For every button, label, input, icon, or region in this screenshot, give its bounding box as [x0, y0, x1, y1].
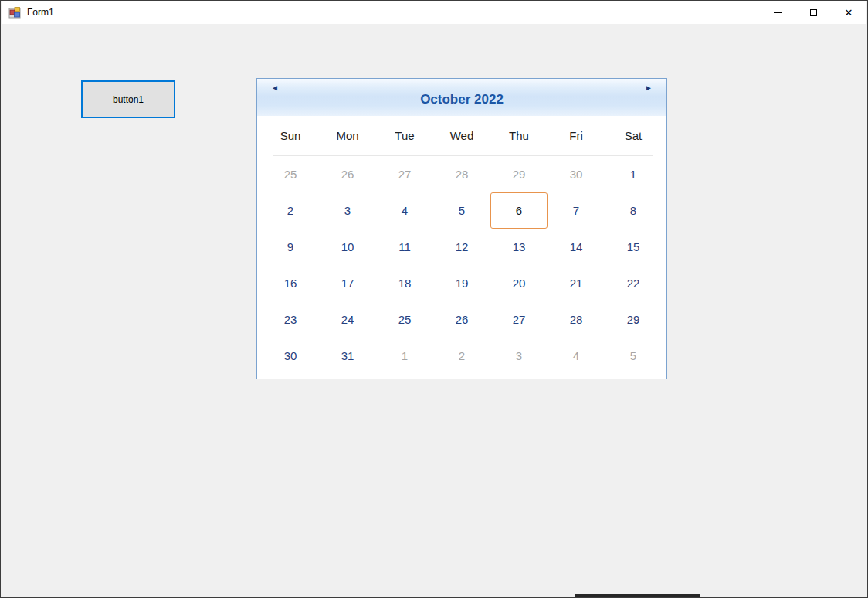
calendar-day[interactable]: 2 [433, 338, 490, 374]
calendar-day[interactable]: 1 [376, 338, 433, 374]
calendar-day[interactable]: 18 [376, 265, 433, 301]
calendar-day[interactable]: 29 [490, 156, 548, 192]
calendar-day[interactable]: 4 [376, 192, 433, 229]
calendar-day[interactable]: 22 [605, 265, 662, 301]
calendar-day[interactable]: 26 [433, 301, 490, 338]
maximize-icon [810, 9, 817, 16]
close-button[interactable]: ✕ [831, 1, 866, 24]
calendar-day[interactable]: 30 [262, 338, 319, 374]
calendar-month-title[interactable]: October 2022 [420, 87, 504, 107]
close-icon: ✕ [845, 8, 853, 18]
bottom-edge-artifact [575, 594, 700, 597]
calendar-day[interactable]: 12 [433, 229, 490, 265]
day-name-sun: Sun [262, 129, 319, 142]
calendar-day-names: SunMonTueWedThuFriSat [257, 116, 666, 155]
calendar-day[interactable]: 31 [319, 338, 376, 374]
calendar-day[interactable]: 3 [319, 192, 376, 229]
next-month-arrow-icon[interactable]: ► [640, 81, 657, 93]
calendar-day[interactable]: 2 [262, 192, 319, 229]
calendar-day[interactable]: 9 [262, 229, 319, 265]
calendar-day[interactable]: 8 [605, 192, 662, 229]
calendar-day[interactable]: 25 [376, 301, 433, 338]
calendar-day[interactable]: 11 [376, 229, 433, 265]
button1[interactable]: button1 [81, 80, 175, 118]
calendar-day-today[interactable]: 6 [490, 192, 548, 229]
minimize-icon [774, 12, 782, 13]
day-name-mon: Mon [319, 129, 376, 142]
calendar-day[interactable]: 4 [548, 338, 605, 374]
form1-window: Form1 ✕ button1 ◄ October 2022 ► SunMonT… [0, 0, 868, 598]
calendar-day[interactable]: 5 [433, 192, 490, 229]
previous-month-arrow-icon[interactable]: ◄ [266, 81, 283, 93]
day-name-sat: Sat [605, 129, 662, 142]
calendar-day[interactable]: 28 [433, 156, 490, 192]
calendar-day[interactable]: 27 [490, 301, 548, 338]
calendar-grid: 2526272829301234567891011121314151617181… [257, 156, 666, 374]
calendar-day[interactable]: 29 [605, 301, 662, 338]
title-bar: Form1 ✕ [2, 1, 866, 24]
minimize-button[interactable] [760, 1, 795, 24]
calendar-day[interactable]: 14 [548, 229, 605, 265]
calendar-day[interactable]: 21 [548, 265, 605, 301]
calendar-day[interactable]: 1 [605, 156, 662, 192]
day-name-thu: Thu [490, 129, 548, 142]
calendar-day[interactable]: 17 [319, 265, 376, 301]
calendar-day[interactable]: 7 [548, 192, 605, 229]
calendar-header: ◄ October 2022 ► [257, 79, 666, 116]
calendar-day[interactable]: 28 [548, 301, 605, 338]
window-controls: ✕ [760, 1, 866, 24]
calendar-day[interactable]: 20 [490, 265, 548, 301]
maximize-button[interactable] [795, 1, 831, 24]
day-name-tue: Tue [376, 129, 433, 142]
calendar-day[interactable]: 3 [490, 338, 548, 374]
calendar-day[interactable]: 26 [319, 156, 376, 192]
calendar-day[interactable]: 10 [319, 229, 376, 265]
calendar-day[interactable]: 16 [262, 265, 319, 301]
calendar-day[interactable]: 30 [548, 156, 605, 192]
day-name-wed: Wed [433, 129, 490, 142]
calendar-day[interactable]: 24 [319, 301, 376, 338]
day-name-fri: Fri [548, 129, 605, 142]
calendar-day[interactable]: 13 [490, 229, 548, 265]
calendar-day[interactable]: 19 [433, 265, 490, 301]
calendar-day[interactable]: 5 [605, 338, 662, 374]
calendar-day[interactable]: 15 [605, 229, 662, 265]
calendar-day[interactable]: 27 [376, 156, 433, 192]
calendar-day[interactable]: 25 [262, 156, 319, 192]
winforms-app-icon [8, 6, 21, 19]
calendar-day[interactable]: 23 [262, 301, 319, 338]
window-title: Form1 [27, 7, 54, 18]
month-calendar: ◄ October 2022 ► SunMonTueWedThuFriSat 2… [256, 78, 667, 379]
